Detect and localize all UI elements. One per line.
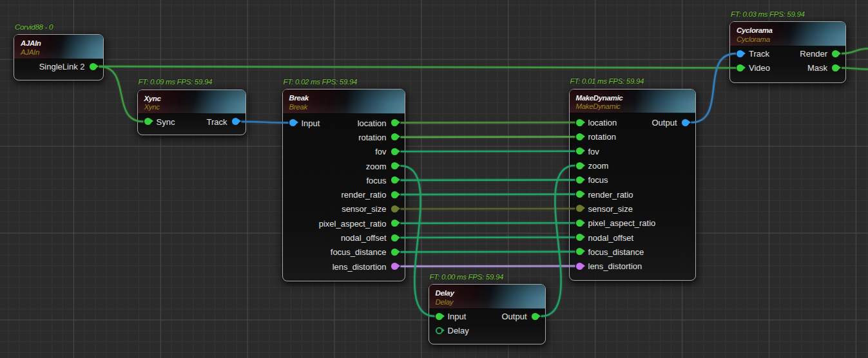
port-label: Output <box>501 312 526 321</box>
node-subtitle: AJAIn <box>21 48 103 57</box>
port-fov-output[interactable] <box>391 148 398 155</box>
port-rotation-output[interactable] <box>391 133 398 140</box>
port-label: pixel_aspect_ratio <box>588 218 656 228</box>
port-nodal_offset-input[interactable] <box>576 234 583 241</box>
port-label: Input <box>448 312 467 321</box>
port-track-input[interactable] <box>737 50 744 57</box>
node-header-xync[interactable]: XyncXync <box>138 90 246 115</box>
node-header-delay[interactable]: DelayDelay <box>429 285 545 309</box>
node-header-cyclorama[interactable]: CycloramaCyclorama <box>730 22 845 46</box>
node-subtitle: Cyclorama <box>737 35 845 44</box>
node-header-break[interactable]: BreakBreak <box>283 90 405 114</box>
wire-break-rotation-to-makedynamic[interactable] <box>401 137 575 137</box>
port-lens_distortion-input[interactable] <box>576 263 583 270</box>
node-row: zoom <box>570 158 695 173</box>
wire-break-nodal_offset-to-makedynamic[interactable] <box>401 238 575 238</box>
node-ajain[interactable]: AJAInAJAInSingleLink 2 <box>14 34 104 80</box>
node-row: render_ratio <box>283 187 405 202</box>
node-row: InputOutput <box>429 309 545 323</box>
port-sensor_size-output[interactable] <box>391 205 398 212</box>
port-track-output[interactable] <box>232 118 239 125</box>
port-label: focus <box>366 175 386 185</box>
port-input-input[interactable] <box>436 313 443 320</box>
port-focus-input[interactable] <box>576 176 583 184</box>
port-sensor_size-input[interactable] <box>576 205 583 212</box>
node-graph-canvas[interactable]: Corvid88 - 0FT: 0.09 ms FPS: 59.94FT: 0.… <box>0 0 868 358</box>
port-label: lens_distortion <box>333 261 387 271</box>
node-subtitle: Delay <box>436 298 545 307</box>
port-location-input[interactable] <box>576 119 583 126</box>
node-header-ajain[interactable]: AJAInAJAIn <box>14 35 103 59</box>
node-title: Delay <box>436 288 545 298</box>
port-label: SingleLink 2 <box>39 62 85 71</box>
node-row: lens_distortion <box>570 259 695 273</box>
port-render_ratio-output[interactable] <box>391 191 398 198</box>
port-nodal_offset-output[interactable] <box>391 234 398 241</box>
node-row: locationOutput <box>570 115 695 129</box>
wire-break-fov-to-makedynamic[interactable] <box>401 151 575 152</box>
node-row: focus <box>283 173 405 187</box>
port-label: Video <box>749 63 770 73</box>
wire-break-focus-to-makedynamic[interactable] <box>401 180 575 180</box>
node-subtitle: Xync <box>144 103 246 112</box>
port-zoom-input[interactable] <box>576 162 583 169</box>
port-input-input[interactable] <box>289 119 296 126</box>
port-label: fov <box>375 147 386 156</box>
node-title: Cyclorama <box>737 26 845 35</box>
port-focus_distance-input[interactable] <box>576 248 583 255</box>
port-video-input[interactable] <box>737 64 744 71</box>
port-fov-input[interactable] <box>576 147 583 155</box>
node-makedynamic[interactable]: MakeDynamicMakeDynamiclocationOutputrota… <box>569 89 696 281</box>
node-status-label-ajain: Corvid88 - 0 <box>15 23 53 31</box>
port-location-output[interactable] <box>391 119 398 126</box>
port-zoom-output[interactable] <box>391 162 398 169</box>
port-focus_distance-output[interactable] <box>391 249 398 256</box>
port-pixel_aspect_ratio-input[interactable] <box>576 220 583 227</box>
port-output-output[interactable] <box>682 119 689 126</box>
node-row: zoom <box>283 158 405 173</box>
port-sync-input[interactable] <box>144 118 151 125</box>
node-header-makedynamic[interactable]: MakeDynamicMakeDynamic <box>570 90 695 114</box>
port-label: Render <box>800 49 827 59</box>
node-row: rotation <box>283 130 405 144</box>
port-render-output[interactable] <box>832 50 839 57</box>
node-row: fov <box>283 144 405 158</box>
node-row: pixel_aspect_ratio <box>570 216 695 230</box>
node-break[interactable]: BreakBreakInputlocationrotationfovzoomfo… <box>282 89 405 281</box>
port-label: fov <box>588 146 599 156</box>
node-title: Break <box>289 93 405 103</box>
port-label: Track <box>749 49 769 59</box>
port-output-output[interactable] <box>532 313 539 320</box>
port-label: focus_distance <box>588 247 644 256</box>
port-render_ratio-input[interactable] <box>576 191 583 198</box>
node-subtitle: MakeDynamic <box>576 102 695 111</box>
port-label: Sync <box>157 117 175 126</box>
node-row: focus_distance <box>570 245 695 259</box>
node-delay[interactable]: DelayDelayInputOutputDelay <box>429 284 546 344</box>
wire-break-focus_distance-to-makedynamic[interactable] <box>401 252 575 252</box>
wire-break-sensor_size-to-makedynamic[interactable] <box>401 209 575 209</box>
port-singlelink-2-output[interactable] <box>90 63 97 70</box>
port-label: rotation <box>358 132 386 142</box>
node-cyclorama[interactable]: CycloramaCycloramaTrackRenderVideoMask <box>729 21 846 83</box>
node-status-label-makedynamic: FT: 0.01 ms FPS: 59.94 <box>570 77 644 85</box>
node-row: render_ratio <box>570 187 695 201</box>
port-label: Mask <box>807 63 827 73</box>
port-rotation-input[interactable] <box>576 133 583 140</box>
port-lens_distortion-output[interactable] <box>391 263 398 270</box>
port-focus-output[interactable] <box>391 176 398 184</box>
port-pixel_aspect_ratio-output[interactable] <box>391 220 398 227</box>
port-label: pixel_aspect_ratio <box>319 218 387 228</box>
node-title: Xync <box>144 94 246 104</box>
port-label: location <box>358 118 387 127</box>
wire-break-pixel_aspect_ratio-to-makedynamic[interactable] <box>401 223 575 223</box>
node-row: focus_distance <box>283 245 405 259</box>
port-mask-output[interactable] <box>832 64 839 71</box>
wire-break-render_ratio-to-makedynamic[interactable] <box>401 194 575 195</box>
wire-break-location-to-makedynamic[interactable] <box>401 122 575 123</box>
port-delay-input[interactable] <box>436 327 443 334</box>
node-row: sensor_size <box>283 202 405 216</box>
node-xync[interactable]: XyncXyncSyncTrack <box>137 90 246 136</box>
wire-break-lens_distortion-to-makedynamic[interactable] <box>401 266 575 267</box>
node-row: lens_distortion <box>283 259 405 273</box>
